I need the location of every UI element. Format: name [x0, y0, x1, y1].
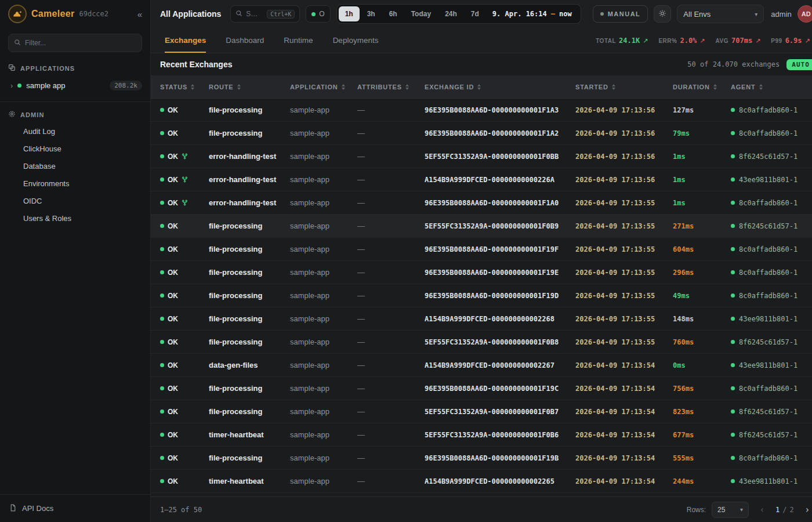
status-label: OK — [168, 269, 178, 277]
page-title: All Applications — [160, 9, 221, 19]
route-cell: data-gen-files — [209, 361, 290, 369]
online-status-label: O — [319, 10, 324, 18]
tab-dashboard[interactable]: Dashboard — [226, 28, 264, 53]
time-range-today-button[interactable]: Today — [405, 6, 437, 21]
stat-value: 24.1K — [619, 37, 640, 45]
table-row[interactable]: OKfile-processingsample-app—96E395B0088A… — [151, 99, 812, 122]
sidebar-collapse-button[interactable]: « — [137, 9, 142, 19]
sidebar-item-environments[interactable]: Environments — [0, 175, 150, 192]
online-status-pill[interactable]: O — [306, 5, 330, 23]
started-cell: 2026-04-09 17:13:54 — [575, 385, 673, 393]
column-header-application[interactable]: APPLICATION — [290, 84, 357, 90]
table-row[interactable]: OKfile-processingsample-app—96E395B0088A… — [151, 261, 812, 284]
table-row[interactable]: OKfile-processingsample-app—96E395B0088A… — [151, 377, 812, 400]
tab-exchanges[interactable]: Exchanges — [165, 28, 206, 53]
prev-page-button[interactable]: ‹ — [755, 502, 770, 517]
attributes-cell: — — [357, 129, 425, 137]
column-header-route[interactable]: ROUTE — [209, 84, 290, 90]
column-header-agent[interactable]: AGENT — [731, 84, 812, 90]
agent-cell: 8c0affadb860-1 — [731, 292, 812, 300]
table-row[interactable]: OKtimer-heartbeatsample-app—A154B9A999DF… — [151, 470, 812, 493]
table-row[interactable]: OKerror-handling-testsample-app—96E395B0… — [151, 191, 812, 215]
column-header-started[interactable]: STARTED — [575, 84, 673, 90]
table-row[interactable]: OKfile-processingsample-app—96E395B0088A… — [151, 238, 812, 261]
started-cell: 2026-04-09 17:13:55 — [575, 292, 673, 300]
status-cell: OK — [160, 292, 209, 300]
stat-label: ERR% — [658, 38, 677, 44]
column-label: AGENT — [731, 84, 756, 90]
agent-id: 43ee9811b801-1 — [739, 176, 798, 184]
sidebar-item-users-roles[interactable]: Users & Roles — [0, 209, 150, 227]
column-header-duration[interactable]: DURATION — [673, 84, 731, 90]
agent-status-dot — [731, 340, 735, 344]
attributes-cell: — — [357, 222, 425, 230]
application-cell: sample-app — [290, 175, 357, 184]
sidebar-item-api-docs[interactable]: API Docs — [0, 494, 150, 522]
exchange-id-cell: 96E395B0088AA6D-000000000001F19E — [425, 269, 575, 277]
table-row[interactable]: OKfile-processingsample-app—5EF55FC31352… — [151, 400, 812, 423]
column-header-status[interactable]: STATUS — [160, 84, 209, 90]
next-page-button[interactable]: › — [800, 502, 812, 517]
stat-label: TOTAL — [596, 38, 616, 44]
column-header-attributes[interactable]: ATTRIBUTES — [357, 84, 425, 90]
filter-input[interactable] — [25, 39, 136, 47]
api-docs-label: API Docs — [22, 504, 53, 513]
status-label: OK — [168, 338, 178, 346]
rows-per-page-select[interactable]: 25 ▾ — [712, 502, 749, 518]
time-range-6h-button[interactable]: 6h — [383, 6, 404, 21]
pagination-footer: 1–25 of 50 Rows: 25 ▾ ‹ 1 / 2 › — [151, 496, 812, 522]
tab-deployments[interactable]: Deployments — [333, 28, 379, 53]
table-row[interactable]: OKerror-handling-testsample-app—A154B9A9… — [151, 168, 812, 191]
tree-expand-icon[interactable]: › — [10, 81, 13, 90]
exchange-id-cell: 96E395B0088AA6D-000000000001F1A2 — [425, 129, 575, 137]
table-row[interactable]: OKtimer-heartbeatsample-app—5EF55FC31352… — [151, 423, 812, 447]
route-cell: file-processing — [209, 314, 290, 323]
sidebar-item-clickhouse[interactable]: ClickHouse — [0, 140, 150, 157]
avatar[interactable]: AD — [798, 5, 812, 23]
started-cell: 2026-04-09 17:13:54 — [575, 477, 673, 485]
table-row[interactable]: OKfile-processingsample-app—A154B9A999DF… — [151, 307, 812, 331]
column-header-exchange-id[interactable]: EXCHANGE ID — [425, 84, 575, 90]
table-row[interactable]: OKdata-gen-filessample-app—A154B9A999DFC… — [151, 354, 812, 377]
global-search[interactable]: S… Ctrl+K — [230, 5, 300, 23]
date-range-display[interactable]: 9. Apr. 16:14 — now — [485, 10, 579, 18]
table-row[interactable]: OKfile-processingsample-app—96E395B0088A… — [151, 122, 812, 145]
stat-p99: P996.9s↗ — [771, 37, 810, 45]
stat-total: TOTAL24.1K↗ — [596, 37, 648, 45]
time-range-24h-button[interactable]: 24h — [438, 6, 463, 21]
agent-id: 8c0affadb860-1 — [739, 245, 798, 253]
column-label: DURATION — [673, 84, 710, 90]
theme-toggle-button[interactable] — [654, 5, 671, 23]
time-range-1h-button[interactable]: 1h — [339, 6, 360, 21]
attributes-cell: — — [357, 477, 425, 485]
table-title: Recent Exchanges — [160, 60, 233, 69]
exchange-id-cell: 5EF55FC31352A9A-000000000001F0B9 — [425, 222, 575, 230]
fork-icon — [182, 176, 188, 183]
table-row[interactable]: OKfile-processingsample-app—96E395B0088A… — [151, 447, 812, 470]
search-shortcut-kbd: Ctrl+K — [267, 10, 295, 19]
sidebar-item-database[interactable]: Database — [0, 157, 150, 175]
table-row[interactable]: OKfile-processingsample-app—96E395B0088A… — [151, 284, 812, 307]
manual-refresh-button[interactable]: MANUAL — [593, 5, 648, 23]
search-placeholder-text: S… — [246, 10, 263, 18]
table-row[interactable]: OKerror-handling-testsample-app—5EF55FC3… — [151, 145, 812, 168]
started-cell: 2026-04-09 17:13:55 — [575, 338, 673, 346]
table-row[interactable]: OKfile-processingsample-app—5EF55FC31352… — [151, 215, 812, 238]
status-label: OK — [168, 153, 178, 161]
sidebar-item-oidc[interactable]: OIDC — [0, 192, 150, 209]
tab-runtime[interactable]: Runtime — [284, 28, 313, 53]
sidebar-filter[interactable] — [8, 34, 142, 52]
table-row[interactable]: OKfile-processingsample-app—5EF55FC31352… — [151, 331, 812, 354]
agent-cell: 8f6245c61d57-1 — [731, 431, 812, 439]
stat-value: 707ms — [731, 37, 752, 45]
environment-select[interactable]: All Envs ▾ — [677, 5, 764, 23]
exchange-count-summary: 50 of 24.070 exchanges — [687, 60, 780, 68]
auto-refresh-toggle[interactable]: AUTO — [786, 59, 812, 70]
time-range-7d-button[interactable]: 7d — [465, 6, 485, 21]
sidebar-item-audit-log[interactable]: Audit Log — [0, 122, 150, 140]
duration-cell: 677ms — [673, 431, 731, 439]
time-range-3h-button[interactable]: 3h — [361, 6, 382, 21]
started-cell: 2026-04-09 17:13:55 — [575, 315, 673, 323]
sidebar-item-sample-app[interactable]: › sample app 208.2k — [0, 76, 150, 95]
tabsbar: ExchangesDashboardRuntimeDeployments TOT… — [151, 28, 812, 53]
